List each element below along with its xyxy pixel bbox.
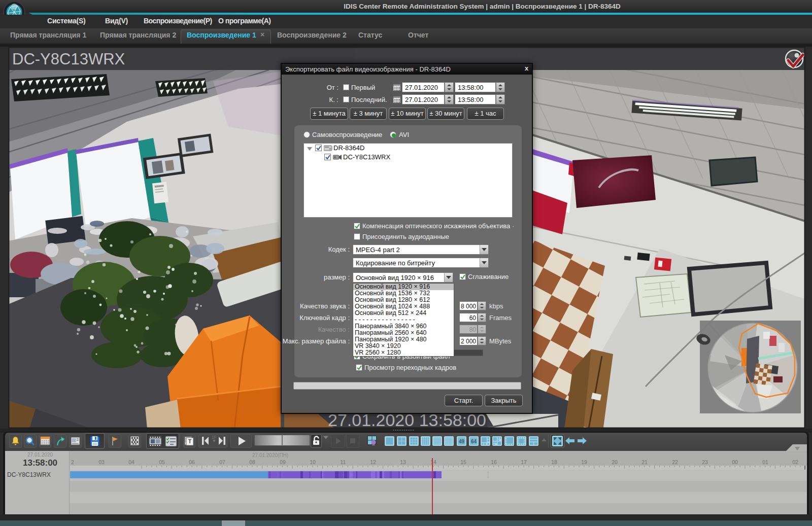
svg-text:49: 49 xyxy=(459,439,465,444)
svg-text:DC-Y8C13WRX: DC-Y8C13WRX xyxy=(12,50,125,68)
svg-text:T: T xyxy=(188,439,191,444)
svg-text:64: 64 xyxy=(471,439,477,444)
